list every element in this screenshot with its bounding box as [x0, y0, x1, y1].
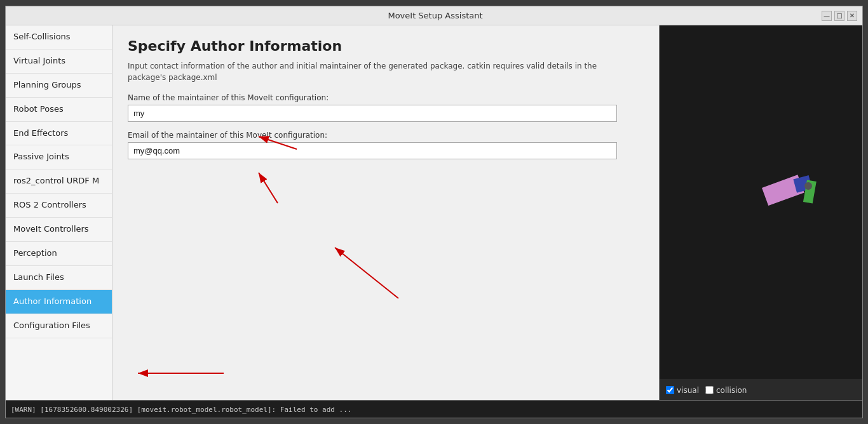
- email-input[interactable]: [128, 142, 617, 159]
- window-body: Self-CollisionsVirtual JointsPlanning Gr…: [6, 25, 862, 400]
- sidebar-item-robot-poses[interactable]: Robot Poses: [6, 98, 112, 122]
- log-text: [WARN] [1678352600.849002326] [moveit.ro…: [11, 406, 351, 414]
- name-form-group: Name of the maintainer of this MoveIt co…: [128, 93, 644, 122]
- main-window: MoveIt Setup Assistant — □ ✕ Self-Collis…: [5, 6, 863, 418]
- window-title: MoveIt Setup Assistant: [49, 11, 822, 20]
- minimize-button[interactable]: —: [822, 11, 832, 21]
- window-controls: — □ ✕: [822, 11, 857, 21]
- robot-3d-view: [660, 25, 862, 380]
- viewport: visual collision: [659, 25, 862, 400]
- sidebar-item-ros2-control-urdf[interactable]: ros2_control URDF M: [6, 169, 112, 194]
- visual-checkbox-group: visual: [666, 386, 699, 395]
- sidebar-item-passive-joints[interactable]: Passive Joints: [6, 145, 112, 169]
- sidebar-item-self-collisions[interactable]: Self-Collisions: [6, 25, 112, 50]
- viewport-3d: [660, 25, 862, 380]
- visual-label: visual: [677, 386, 699, 395]
- sidebar-item-ros2-controllers[interactable]: ROS 2 Controllers: [6, 194, 112, 218]
- title-bar: MoveIt Setup Assistant — □ ✕: [6, 6, 862, 25]
- sidebar-item-perception[interactable]: Perception: [6, 242, 112, 266]
- sidebar-item-configuration-files[interactable]: Configuration Files: [6, 314, 112, 338]
- svg-rect-5: [660, 25, 862, 380]
- collision-label: collision: [716, 386, 747, 395]
- collision-checkbox[interactable]: [705, 386, 714, 394]
- maximize-button[interactable]: □: [834, 11, 844, 21]
- sidebar-item-author-information[interactable]: Author Information: [6, 290, 112, 314]
- svg-line-3: [335, 248, 398, 298]
- viewport-controls: visual collision: [660, 380, 862, 400]
- sidebar-item-moveit-controllers[interactable]: MoveIt Controllers: [6, 218, 112, 242]
- collision-checkbox-group: collision: [705, 386, 747, 395]
- svg-point-9: [804, 182, 812, 190]
- page-description: Input contact information of the author …: [128, 60, 598, 83]
- main-content: Specify Author Information Input contact…: [112, 25, 659, 400]
- page-title: Specify Author Information: [128, 38, 644, 54]
- name-label: Name of the maintainer of this MoveIt co…: [128, 93, 644, 102]
- bottom-log: [WARN] [1678352600.849002326] [moveit.ro…: [6, 400, 862, 418]
- visual-checkbox[interactable]: [666, 386, 674, 394]
- sidebar-item-launch-files[interactable]: Launch Files: [6, 266, 112, 290]
- sidebar-item-virtual-joints[interactable]: Virtual Joints: [6, 50, 112, 74]
- close-button[interactable]: ✕: [847, 11, 857, 21]
- name-input[interactable]: [128, 105, 617, 122]
- sidebar-scroll[interactable]: Self-CollisionsVirtual JointsPlanning Gr…: [6, 25, 112, 400]
- email-label: Email of the maintainer of this MoveIt c…: [128, 131, 644, 140]
- sidebar-item-planning-groups[interactable]: Planning Groups: [6, 74, 112, 98]
- sidebar-item-end-effectors[interactable]: End Effectors: [6, 122, 112, 146]
- svg-line-2: [259, 173, 278, 203]
- sidebar: Self-CollisionsVirtual JointsPlanning Gr…: [6, 25, 112, 400]
- email-form-group: Email of the maintainer of this MoveIt c…: [128, 131, 644, 159]
